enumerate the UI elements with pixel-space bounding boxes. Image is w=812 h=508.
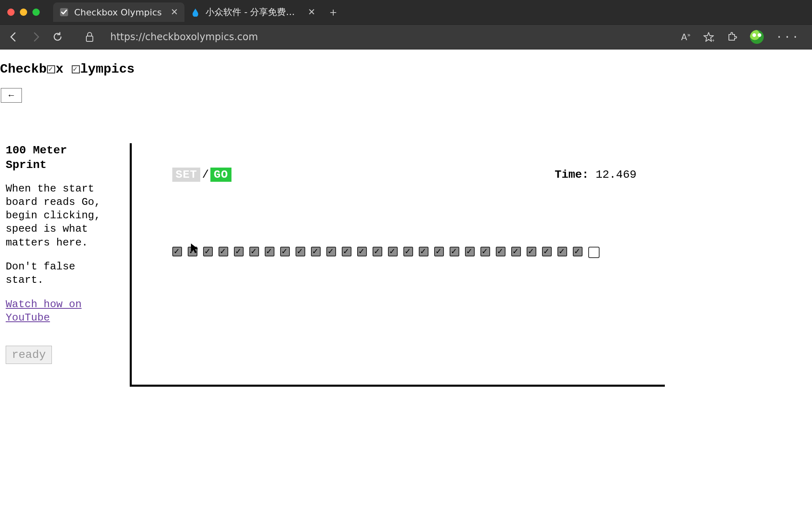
favicon-droplet-icon: [191, 8, 200, 17]
browser-chrome: Checkbox Olympics ✕ 小众软件 - 分享免费、小巧、实 ✕ ＋: [0, 0, 812, 50]
sidebar: 100 Meter Sprint When the start board re…: [0, 143, 114, 387]
sprint-checkbox[interactable]: [403, 247, 413, 256]
back-button[interactable]: ←: [1, 88, 22, 103]
title-part: lympics: [80, 62, 135, 77]
start-board: SET / GO: [172, 168, 231, 182]
youtube-link[interactable]: Watch how on YouTube: [6, 298, 81, 324]
go-badge: GO: [210, 168, 231, 182]
nav-back-button[interactable]: [8, 31, 19, 43]
sprint-checkbox[interactable]: [434, 247, 444, 256]
tab-strip: Checkbox Olympics ✕ 小众软件 - 分享免费、小巧、实 ✕ ＋: [53, 2, 341, 22]
tab-close-icon[interactable]: ✕: [308, 8, 315, 17]
window-minimize-button[interactable]: [20, 9, 27, 16]
sprint-checkbox[interactable]: [573, 247, 583, 256]
set-badge: SET: [172, 168, 200, 182]
sprint-checkbox[interactable]: [465, 247, 475, 256]
sprint-checkbox[interactable]: [265, 247, 274, 256]
status-row: SET / GO Time: 12.469: [172, 168, 636, 182]
sprint-checkbox[interactable]: [388, 247, 398, 256]
sprint-checkbox[interactable]: [511, 247, 521, 256]
sprint-checkbox[interactable]: [357, 247, 367, 256]
tab-title: 小众软件 - 分享免费、小巧、实: [206, 6, 299, 18]
svg-text:+: +: [712, 38, 714, 43]
nav-forward-button[interactable]: [30, 31, 41, 43]
page-title: Checkbx lympics: [0, 62, 812, 77]
timer-value: 12.469: [596, 168, 636, 181]
sprint-checkbox[interactable]: [527, 247, 536, 256]
url-text[interactable]: https://checkboxolympics.com: [110, 31, 671, 43]
more-menu-icon[interactable]: ···: [776, 31, 800, 43]
game-arena: SET / GO Time: 12.469: [130, 143, 665, 387]
tab-title: Checkbox Olympics: [74, 7, 162, 17]
badge-separator: /: [200, 168, 210, 181]
game-heading: 100 Meter Sprint: [6, 143, 108, 172]
sprint-checkbox[interactable]: [542, 247, 552, 256]
page-content: Checkbx lympics ← 100 Meter Sprint When …: [0, 50, 812, 387]
instructions-para-1: When the start board reads Go, begin cli…: [6, 182, 108, 250]
sprint-checkbox[interactable]: [172, 247, 182, 256]
sprint-checkbox[interactable]: [588, 247, 600, 258]
sprint-checkbox[interactable]: [496, 247, 506, 256]
profile-avatar[interactable]: [750, 30, 764, 44]
address-bar: https://checkboxolympics.com A» + ···: [0, 24, 812, 50]
toolbar-right: A» + ···: [681, 30, 800, 44]
window-titlebar: Checkbox Olympics ✕ 小众软件 - 分享免费、小巧、实 ✕ ＋: [0, 0, 812, 24]
sprint-checkbox[interactable]: [280, 247, 290, 256]
read-aloud-icon[interactable]: A»: [681, 32, 691, 42]
sprint-checkbox[interactable]: [342, 247, 351, 256]
sprint-checkbox[interactable]: [373, 247, 382, 256]
tab-close-icon[interactable]: ✕: [171, 8, 178, 17]
sprint-checkbox[interactable]: [557, 247, 567, 256]
sprint-checkbox[interactable]: [234, 247, 244, 256]
checkbox-icon: [47, 65, 55, 73]
sprint-checkbox[interactable]: [326, 247, 336, 256]
checkbox-icon: [72, 65, 80, 73]
window-close-button[interactable]: [7, 9, 15, 16]
svg-rect-1: [86, 36, 93, 41]
window-controls: [7, 9, 40, 16]
sprint-checkbox[interactable]: [419, 247, 428, 256]
timer: Time: 12.469: [555, 168, 636, 181]
new-tab-button[interactable]: ＋: [326, 5, 341, 19]
title-part: x: [56, 62, 71, 77]
lock-icon[interactable]: [85, 32, 94, 42]
sprint-checkbox[interactable]: [249, 247, 259, 256]
favicon-checkbox-icon: [60, 8, 69, 17]
sprint-checkbox[interactable]: [203, 247, 213, 256]
extensions-icon[interactable]: [726, 31, 738, 43]
tab-checkbox-olympics[interactable]: Checkbox Olympics ✕: [53, 2, 184, 22]
sprint-checkbox[interactable]: [188, 247, 197, 256]
favorite-icon[interactable]: +: [703, 31, 714, 43]
sprint-checkbox[interactable]: [450, 247, 459, 256]
sprint-checkbox[interactable]: [296, 247, 305, 256]
instructions-para-2: Don't false start.: [6, 260, 108, 287]
tab-appinn[interactable]: 小众软件 - 分享免费、小巧、实 ✕: [184, 2, 321, 22]
window-maximize-button[interactable]: [32, 9, 40, 16]
checkbox-grid: [172, 247, 636, 258]
reload-button[interactable]: [52, 31, 63, 43]
sprint-checkbox[interactable]: [311, 247, 321, 256]
checkbox-row: [172, 247, 618, 258]
sprint-checkbox[interactable]: [480, 247, 490, 256]
timer-label: Time:: [555, 168, 589, 181]
title-part: Checkb: [0, 62, 47, 77]
sprint-checkbox[interactable]: [219, 247, 228, 256]
ready-button[interactable]: ready: [6, 346, 52, 364]
